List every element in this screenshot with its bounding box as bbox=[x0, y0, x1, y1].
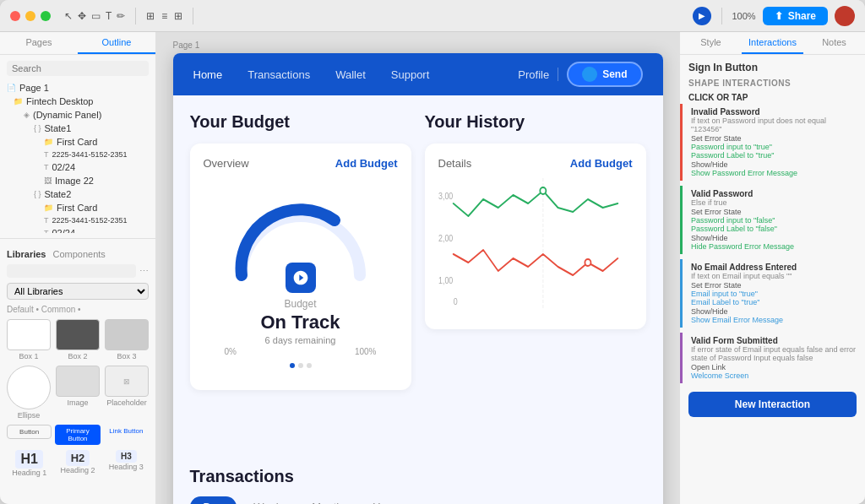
canvas-area[interactable]: Page 1 Home Transactions Wallet Support … bbox=[156, 32, 679, 504]
dot-3[interactable] bbox=[307, 363, 312, 368]
int-action-email-input: Email input to "true" bbox=[691, 290, 857, 298]
state-icon: { } bbox=[34, 124, 41, 133]
maximize-button[interactable] bbox=[41, 11, 51, 21]
pen-tool[interactable]: ✏ bbox=[117, 10, 125, 22]
nav-profile-label[interactable]: Profile bbox=[518, 68, 549, 81]
dot-2[interactable] bbox=[298, 363, 303, 368]
interaction-valid-form[interactable]: Valid Form Submitted If error state of E… bbox=[680, 333, 865, 383]
folder-icon3: 📁 bbox=[44, 203, 53, 212]
tree-label: Image 22 bbox=[55, 176, 94, 186]
components-tab[interactable]: Components bbox=[52, 249, 105, 259]
new-interaction-button[interactable]: New Interaction bbox=[688, 392, 857, 417]
outline-tab[interactable]: Outline bbox=[78, 32, 155, 54]
interaction-no-email[interactable]: No Email Address Entered If text on Emai… bbox=[680, 259, 865, 328]
nav-support[interactable]: Support bbox=[391, 68, 430, 81]
box2-label: Box 2 bbox=[68, 352, 87, 360]
search-input[interactable] bbox=[7, 61, 149, 76]
h1-shape[interactable]: H1 bbox=[15, 450, 42, 469]
hand-icon[interactable]: ✥ bbox=[78, 10, 86, 22]
pages-tab[interactable]: Pages bbox=[0, 32, 78, 54]
gauge-start-label: 0% bbox=[225, 347, 237, 356]
cursor-icon[interactable]: ↖ bbox=[64, 10, 73, 22]
interaction-invalid-password[interactable]: Invalid Password If text on Password inp… bbox=[680, 104, 865, 181]
button-shape[interactable]: Button bbox=[7, 425, 52, 439]
play-icon[interactable]: ▶ bbox=[693, 7, 711, 25]
tree-dynpanel[interactable]: ◈ (Dynamic Panel) bbox=[0, 108, 155, 122]
dot-1[interactable] bbox=[290, 363, 295, 368]
lib-box3-item: Box 3 bbox=[105, 319, 149, 360]
tree-state2[interactable]: { } State2 bbox=[0, 187, 155, 201]
tree-date1[interactable]: T 02/24 bbox=[0, 160, 155, 174]
lib-boxes-grid: Box 1 Box 2 Box 3 Ellipse bbox=[7, 319, 149, 420]
tree-cardnum2[interactable]: T 2225-3441-5152-2351 bbox=[0, 214, 155, 226]
budget-title: Your Budget bbox=[190, 112, 411, 132]
tab-year[interactable]: Year bbox=[360, 496, 409, 504]
expand-icon[interactable]: ⊞ bbox=[146, 10, 155, 22]
tree-date2[interactable]: T 02/24 bbox=[0, 226, 155, 233]
page-icon: 📄 bbox=[7, 84, 16, 92]
ellipse-shape[interactable] bbox=[7, 366, 51, 409]
image-shape[interactable] bbox=[56, 366, 100, 397]
lib-box1-item: Box 1 bbox=[7, 319, 51, 360]
share-button[interactable]: ⬆ Share bbox=[763, 7, 828, 25]
tree-img1[interactable]: 🖼 Image 22 bbox=[0, 174, 155, 187]
lib-box2-item: Box 2 bbox=[56, 319, 100, 360]
user-avatar[interactable] bbox=[835, 6, 855, 26]
placeholder-shape[interactable]: ⊠ bbox=[105, 366, 149, 397]
tree-firstcard2[interactable]: 📁 First Card bbox=[0, 201, 155, 214]
button-item: Button bbox=[7, 425, 52, 445]
tree-fintech[interactable]: 📁 Fintech Desktop bbox=[0, 95, 155, 108]
state2-icon: { } bbox=[34, 190, 41, 198]
align-icon[interactable]: ≡ bbox=[161, 10, 167, 22]
h3-item: H3 Heading 3 bbox=[104, 450, 149, 477]
filter-icon[interactable]: ⋯ bbox=[139, 266, 149, 277]
tree-state1[interactable]: { } State1 bbox=[0, 122, 155, 135]
notes-tab[interactable]: Notes bbox=[803, 32, 865, 54]
link-button-shape[interactable]: Link Button bbox=[104, 425, 149, 437]
svg-text:1,00: 1,00 bbox=[438, 275, 453, 285]
box1[interactable] bbox=[7, 319, 51, 350]
text-icon2: T bbox=[44, 163, 49, 171]
close-button[interactable] bbox=[10, 11, 20, 21]
left-panel: Pages Outline 📄 Page 1 📁 Fintech Desktop… bbox=[0, 32, 156, 504]
text-tool[interactable]: T bbox=[106, 10, 112, 22]
tree-label: First Card bbox=[57, 137, 97, 147]
int-action-show-email-err: Show Email Error Message bbox=[691, 316, 857, 324]
transactions-title: Transactions bbox=[190, 467, 646, 486]
app-content: Your Budget Overview Add Budget bbox=[173, 95, 663, 467]
h2-shape[interactable]: H2 bbox=[66, 450, 90, 466]
interaction-valid-password[interactable]: Valid Password Else if true Set Error St… bbox=[680, 186, 865, 254]
primary-button-shape[interactable]: Primary Button bbox=[55, 425, 100, 445]
nav-wallet[interactable]: Wallet bbox=[335, 68, 366, 81]
box3[interactable] bbox=[105, 319, 149, 350]
tree-firstcard1[interactable]: 📁 First Card bbox=[0, 135, 155, 149]
tab-day[interactable]: Day bbox=[190, 496, 237, 504]
int-action-showhide-1: Show/Hide bbox=[691, 234, 857, 242]
history-add-link[interactable]: Add Budget bbox=[570, 157, 633, 170]
style-tab[interactable]: Style bbox=[680, 32, 742, 54]
budget-card-label: Overview bbox=[204, 157, 249, 170]
minimize-button[interactable] bbox=[25, 11, 35, 21]
budget-section: Your Budget Overview Add Budget bbox=[190, 112, 411, 450]
nav-home[interactable]: Home bbox=[193, 68, 223, 81]
h3-shape[interactable]: H3 bbox=[116, 450, 137, 463]
rect-tool[interactable]: ▭ bbox=[91, 10, 101, 22]
int-action-set-error-1: Set Error State bbox=[691, 208, 857, 216]
nav-transactions[interactable]: Transactions bbox=[248, 68, 310, 81]
tab-week[interactable]: Week bbox=[240, 496, 295, 504]
box2[interactable] bbox=[56, 319, 100, 350]
libraries-tab[interactable]: Libraries bbox=[7, 249, 46, 259]
tree-cardnum1[interactable]: T 2225-3441-5152-2351 bbox=[0, 149, 155, 160]
tree-page1[interactable]: 📄 Page 1 bbox=[0, 81, 155, 95]
interactions-tab[interactable]: Interactions bbox=[742, 32, 803, 54]
lib-subtext: Default • Common • bbox=[7, 305, 149, 314]
libraries-section: Libraries Components ⋯ All Libraries Def… bbox=[0, 244, 155, 482]
send-button[interactable]: Send bbox=[567, 62, 642, 87]
add-budget-link[interactable]: Add Budget bbox=[335, 157, 398, 170]
placeholder-label: Placeholder bbox=[106, 398, 147, 407]
grid-icon[interactable]: ⊞ bbox=[174, 10, 182, 22]
library-select[interactable]: All Libraries bbox=[7, 283, 149, 300]
lib-search-input[interactable] bbox=[7, 264, 136, 278]
tab-month[interactable]: Month bbox=[298, 496, 356, 504]
sep1 bbox=[135, 8, 136, 24]
